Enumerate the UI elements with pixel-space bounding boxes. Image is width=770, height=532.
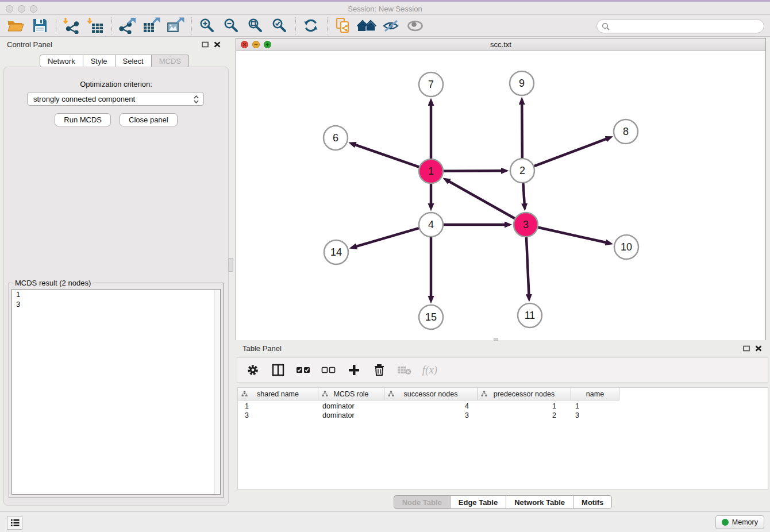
node-8[interactable]: 8 — [614, 119, 638, 144]
edge-3-1[interactable] — [449, 182, 515, 218]
task-history-button[interactable] — [7, 516, 22, 530]
eye-slash-icon — [382, 19, 399, 33]
node-9[interactable]: 9 — [510, 71, 534, 95]
export-table-button[interactable] — [141, 17, 161, 35]
canvas-scroll-handle[interactable] — [494, 338, 498, 341]
result-line: 1 — [12, 290, 220, 299]
show-column-button[interactable] — [270, 361, 287, 379]
function-builder-button[interactable]: f(x) — [421, 361, 438, 379]
table-row[interactable]: 1 dominator 4 1 1 — [238, 402, 619, 411]
zoom-out-button[interactable] — [221, 17, 241, 35]
copy-view-button[interactable] — [333, 17, 352, 35]
tab-mcds[interactable]: MCDS — [152, 55, 189, 67]
zoom-in-button[interactable] — [197, 17, 217, 35]
unchecked-boxes-icon — [321, 366, 336, 374]
node-14[interactable]: 14 — [324, 240, 348, 264]
checked-boxes-icon — [296, 366, 311, 374]
trash-icon — [374, 364, 385, 376]
zoom-fit-button[interactable] — [245, 17, 265, 35]
memory-button[interactable]: Memory — [715, 515, 764, 529]
edge-2-9[interactable] — [522, 104, 522, 158]
run-mcds-button[interactable]: Run MCDS — [55, 113, 111, 126]
node-11[interactable]: 11 — [518, 303, 542, 327]
edge-4-14[interactable] — [356, 228, 419, 246]
cell-successor-nodes: 3 — [384, 411, 478, 420]
edge-3-11[interactable] — [526, 237, 529, 295]
close-panel-icon[interactable] — [755, 345, 762, 352]
panel-splitter-handle[interactable] — [228, 258, 233, 272]
cell-predecessor-nodes: 1 — [478, 402, 571, 411]
column-header-predecessor-nodes[interactable]: predecessor nodes — [478, 388, 571, 400]
node-10[interactable]: 10 — [614, 235, 638, 259]
float-panel-icon[interactable] — [743, 345, 750, 352]
delete-column-button[interactable] — [371, 361, 388, 379]
node-15[interactable]: 15 — [419, 305, 443, 329]
network-canvas[interactable]: 7968124314101511 — [236, 51, 765, 340]
table-settings-button[interactable] — [244, 361, 261, 379]
control-panel-tabs: Network Style Select MCDS — [0, 55, 229, 67]
tab-select[interactable]: Select — [116, 55, 152, 67]
zoom-selected-button[interactable] — [270, 17, 289, 35]
node-1[interactable]: 1 — [419, 159, 443, 183]
close-panel-button[interactable]: Close panel — [120, 113, 178, 126]
table-toolbar: f(x) — [237, 357, 768, 383]
window-title: Session: New Session — [0, 5, 770, 13]
search-icon — [602, 22, 610, 30]
tab-edge-table[interactable]: Edge Table — [451, 495, 506, 509]
node-6[interactable]: 6 — [324, 126, 348, 150]
edge-2-3[interactable] — [523, 183, 524, 204]
node-table[interactable]: shared name MCDS role successor nodes pr… — [237, 387, 768, 489]
mcds-result-list[interactable]: 1 3 — [11, 289, 221, 495]
node-label: 3 — [523, 219, 529, 230]
export-network-button[interactable] — [117, 17, 137, 35]
unselect-all-columns-button[interactable] — [320, 361, 337, 379]
cell-successor-nodes: 4 — [384, 402, 478, 411]
refresh-icon — [303, 18, 319, 33]
import-network-button[interactable] — [61, 17, 81, 35]
node-4[interactable]: 4 — [419, 213, 443, 237]
node-7[interactable]: 7 — [419, 72, 443, 97]
network-window-titlebar[interactable]: scc.txt — [236, 38, 765, 51]
sort-icon — [241, 391, 248, 397]
export-network-icon — [118, 17, 136, 34]
tab-network-table[interactable]: Network Table — [506, 495, 573, 509]
criterion-dropdown[interactable]: strongly connected component — [27, 92, 204, 106]
edge-3-10[interactable] — [538, 228, 606, 242]
edge-2-8[interactable] — [534, 139, 606, 166]
home-layout-button[interactable] — [357, 17, 376, 35]
tab-style[interactable]: Style — [83, 55, 116, 67]
save-floppy-icon — [32, 18, 48, 33]
copy-share-icon — [335, 17, 351, 34]
result-scrollbar[interactable] — [214, 290, 220, 494]
column-header-mcds-role[interactable]: MCDS role — [318, 388, 384, 400]
export-image-button[interactable] — [165, 17, 185, 35]
tab-motifs[interactable]: Motifs — [573, 495, 612, 509]
tab-node-table[interactable]: Node Table — [394, 495, 451, 509]
import-table-button[interactable] — [86, 17, 105, 35]
float-panel-icon[interactable] — [202, 41, 209, 48]
save-session-button[interactable] — [30, 17, 49, 35]
hide-graphics-details-button[interactable] — [381, 17, 401, 35]
delete-table-button[interactable] — [396, 361, 413, 379]
column-header-successor-nodes[interactable]: successor nodes — [384, 388, 478, 400]
column-header-name[interactable]: name — [571, 388, 619, 400]
show-graphics-details-button[interactable] — [405, 17, 425, 35]
refresh-view-button[interactable] — [301, 17, 321, 35]
export-image-icon — [167, 17, 184, 34]
edge-1-2[interactable] — [444, 171, 502, 171]
edge-1-6[interactable] — [355, 145, 419, 167]
search-field[interactable] — [596, 19, 764, 33]
close-panel-icon[interactable] — [214, 41, 221, 48]
network-graph[interactable]: 7968124314101511 — [236, 51, 765, 340]
create-column-button[interactable] — [345, 361, 363, 379]
column-header-shared-name[interactable]: shared name — [238, 388, 318, 400]
node-3[interactable]: 3 — [514, 213, 538, 237]
table-row[interactable]: 3 dominator 3 2 3 — [238, 411, 619, 420]
zoom-selected-icon — [271, 18, 287, 34]
open-session-button[interactable] — [6, 17, 25, 35]
search-input[interactable] — [613, 22, 764, 30]
select-all-columns-button[interactable] — [295, 361, 312, 379]
toolbar-separator — [327, 17, 328, 34]
tab-network[interactable]: Network — [40, 55, 83, 67]
node-2[interactable]: 2 — [510, 159, 534, 183]
